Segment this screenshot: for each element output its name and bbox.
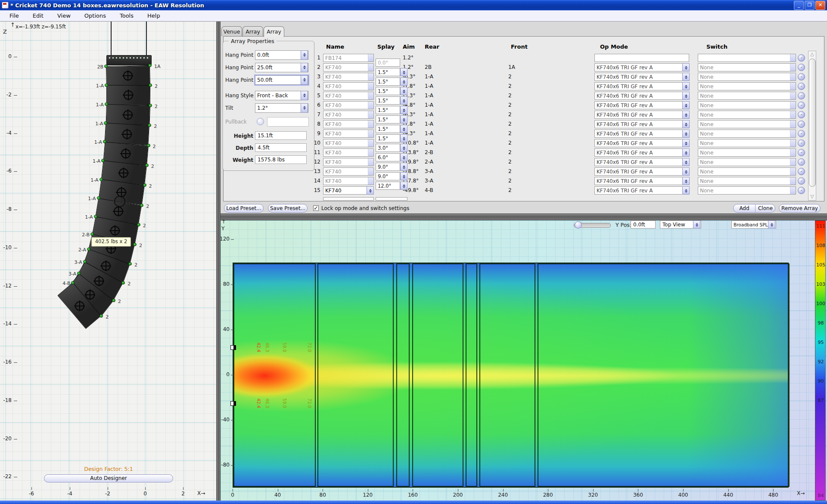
tab-array-1[interactable]: Array xyxy=(243,26,263,36)
spinner-up-icon[interactable] xyxy=(685,161,687,162)
spinner-up-icon[interactable] xyxy=(685,179,687,181)
spinner-down-icon[interactable] xyxy=(403,101,405,103)
splay-field[interactable]: 1.5° xyxy=(376,115,400,124)
spinner[interactable] xyxy=(400,134,407,142)
restore-button[interactable]: ❐ xyxy=(805,1,815,10)
splay-field[interactable]: 9.0° xyxy=(376,163,400,171)
spinner[interactable] xyxy=(682,63,690,71)
spinner-up-icon[interactable] xyxy=(303,65,306,67)
spinner[interactable] xyxy=(400,153,407,161)
spinner-down-icon[interactable] xyxy=(685,125,687,127)
menu-help[interactable]: Help xyxy=(140,11,167,21)
spinner[interactable] xyxy=(682,111,690,119)
switch-select[interactable]: None xyxy=(698,82,796,90)
switch-select[interactable]: None xyxy=(698,63,796,71)
spinner-down-icon[interactable] xyxy=(685,182,687,183)
spinner-down-icon[interactable] xyxy=(685,77,687,79)
op-mode-select[interactable]: KF740x6 TRI GF rev A xyxy=(594,167,689,176)
switch-select[interactable]: None xyxy=(698,148,796,157)
spinner[interactable] xyxy=(400,77,407,86)
spinner[interactable] xyxy=(301,63,308,72)
spinner-up-icon[interactable] xyxy=(403,165,405,167)
spinner[interactable] xyxy=(768,220,775,229)
spinner-down-icon[interactable] xyxy=(303,68,306,69)
menu-file[interactable]: File xyxy=(3,11,26,21)
splay-field[interactable]: 1.5° xyxy=(376,134,400,142)
op-mode-select[interactable]: KF740x6 TRI GF rev A xyxy=(594,120,689,128)
spl-heatmap-plot[interactable]: 42.446.359.072.042.446.359.072.0 xyxy=(233,263,789,488)
spinner-down-icon[interactable] xyxy=(369,191,372,193)
spinner[interactable] xyxy=(682,92,690,100)
menu-tools[interactable]: Tools xyxy=(113,11,140,21)
name-field[interactable]: KF740 xyxy=(323,139,374,147)
switch-link-button[interactable]: - xyxy=(798,92,805,99)
op-mode-select[interactable]: KF740x6 TRI GF rev A xyxy=(594,130,689,138)
spinner[interactable] xyxy=(682,177,690,185)
map-slider-thumb[interactable] xyxy=(575,221,582,229)
name-field[interactable]: FB174 xyxy=(323,54,374,62)
splay-field[interactable]: 1.5° xyxy=(376,87,400,95)
switch-link-button[interactable]: - xyxy=(798,54,805,62)
spinner-up-icon[interactable] xyxy=(303,78,306,80)
spinner-up-icon[interactable] xyxy=(403,99,405,101)
y-pos-field[interactable]: 0.0ft xyxy=(631,220,656,229)
menu-view[interactable]: View xyxy=(50,11,78,21)
switch-select[interactable]: None xyxy=(698,177,796,185)
spinner-down-icon[interactable] xyxy=(685,134,687,136)
spinner-down-icon[interactable] xyxy=(403,167,405,169)
scroll-down-icon[interactable]: ▽ xyxy=(808,194,816,200)
name-field[interactable]: KF740 xyxy=(323,92,374,100)
switch-select[interactable]: None xyxy=(698,111,796,119)
switch-link-button[interactable]: - xyxy=(798,83,805,90)
splay-field[interactable]: 1.5° xyxy=(376,125,400,133)
name-field[interactable]: KF740 xyxy=(323,148,374,157)
switch-link-button[interactable]: - xyxy=(798,121,805,128)
spinner-up-icon[interactable] xyxy=(403,156,405,158)
tab-venue[interactable]: Venue xyxy=(221,26,242,36)
spinner-up-icon[interactable] xyxy=(403,118,405,120)
op-mode-select[interactable]: KF740x6 TRI GF rev A xyxy=(594,158,689,166)
splay-field[interactable]: 9.0° xyxy=(376,172,400,180)
op-mode-select[interactable]: KF740x6 TRI GF rev A xyxy=(594,63,689,71)
spinner-down-icon[interactable] xyxy=(303,55,306,57)
spinner[interactable] xyxy=(400,144,407,152)
spinner[interactable] xyxy=(367,186,374,195)
spinner-up-icon[interactable] xyxy=(403,146,405,148)
tab-array-2[interactable]: Array xyxy=(264,26,284,37)
spinner-down-icon[interactable] xyxy=(685,163,687,164)
name-field[interactable]: KF740 xyxy=(323,82,374,90)
spinner-up-icon[interactable] xyxy=(685,151,687,153)
load-preset-button[interactable]: Load Preset... xyxy=(224,204,264,213)
spinner[interactable] xyxy=(301,91,308,100)
splay-field[interactable]: 12.0° xyxy=(376,182,400,190)
spinner[interactable] xyxy=(400,106,407,114)
spinner[interactable] xyxy=(682,73,690,81)
spinner-up-icon[interactable] xyxy=(303,53,306,55)
spinner-up-icon[interactable] xyxy=(303,106,306,108)
switch-select[interactable]: None xyxy=(698,130,796,138)
vertical-splitter[interactable] xyxy=(216,22,221,501)
listener-handle[interactable] xyxy=(230,345,236,350)
spinner[interactable] xyxy=(301,75,308,85)
splay-field[interactable]: 0.0° xyxy=(376,59,400,67)
spinner-down-icon[interactable] xyxy=(303,108,306,110)
spinner[interactable] xyxy=(682,158,690,166)
listener-handle[interactable] xyxy=(230,401,236,406)
op-mode-select[interactable]: KF740x6 TRI GF rev A xyxy=(594,101,689,109)
spinner-down-icon[interactable] xyxy=(771,225,773,227)
spinner-up-icon[interactable] xyxy=(403,127,405,129)
menu-edit[interactable]: Edit xyxy=(26,11,50,21)
spinner[interactable] xyxy=(693,220,700,229)
switch-link-button[interactable]: - xyxy=(798,130,805,137)
spinner-up-icon[interactable] xyxy=(771,223,773,225)
spinner-down-icon[interactable] xyxy=(303,80,306,82)
spinner[interactable] xyxy=(400,87,407,95)
switch-select[interactable]: None xyxy=(698,158,796,166)
name-field[interactable]: KF740 xyxy=(323,167,374,176)
name-field[interactable]: KF740 xyxy=(323,73,374,81)
switch-select[interactable]: None xyxy=(698,101,796,109)
pullback-radio[interactable] xyxy=(257,118,264,125)
spinner-up-icon[interactable] xyxy=(685,142,687,143)
spinner-up-icon[interactable] xyxy=(685,66,687,68)
spinner[interactable] xyxy=(682,186,690,195)
